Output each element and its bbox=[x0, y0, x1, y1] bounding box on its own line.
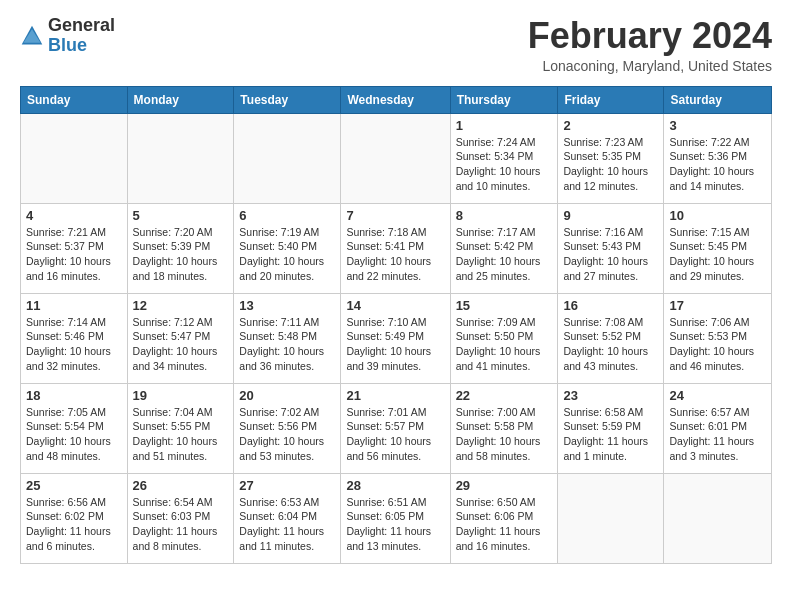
day-info: Sunrise: 7:02 AM Sunset: 5:56 PM Dayligh… bbox=[239, 405, 335, 464]
day-info: Sunrise: 6:57 AM Sunset: 6:01 PM Dayligh… bbox=[669, 405, 766, 464]
day-info: Sunrise: 7:20 AM Sunset: 5:39 PM Dayligh… bbox=[133, 225, 229, 284]
calendar-cell: 21Sunrise: 7:01 AM Sunset: 5:57 PM Dayli… bbox=[341, 383, 450, 473]
day-info: Sunrise: 7:19 AM Sunset: 5:40 PM Dayligh… bbox=[239, 225, 335, 284]
calendar-cell: 16Sunrise: 7:08 AM Sunset: 5:52 PM Dayli… bbox=[558, 293, 664, 383]
day-number: 24 bbox=[669, 388, 766, 403]
day-info: Sunrise: 7:24 AM Sunset: 5:34 PM Dayligh… bbox=[456, 135, 553, 194]
day-info: Sunrise: 6:53 AM Sunset: 6:04 PM Dayligh… bbox=[239, 495, 335, 554]
calendar-cell bbox=[341, 113, 450, 203]
calendar-cell: 11Sunrise: 7:14 AM Sunset: 5:46 PM Dayli… bbox=[21, 293, 128, 383]
day-info: Sunrise: 7:23 AM Sunset: 5:35 PM Dayligh… bbox=[563, 135, 658, 194]
day-number: 26 bbox=[133, 478, 229, 493]
day-number: 10 bbox=[669, 208, 766, 223]
col-header-saturday: Saturday bbox=[664, 86, 772, 113]
day-number: 20 bbox=[239, 388, 335, 403]
logo-text: General Blue bbox=[48, 16, 115, 56]
logo-icon bbox=[20, 24, 44, 48]
day-number: 6 bbox=[239, 208, 335, 223]
day-info: Sunrise: 6:50 AM Sunset: 6:06 PM Dayligh… bbox=[456, 495, 553, 554]
day-info: Sunrise: 7:15 AM Sunset: 5:45 PM Dayligh… bbox=[669, 225, 766, 284]
calendar-cell: 14Sunrise: 7:10 AM Sunset: 5:49 PM Dayli… bbox=[341, 293, 450, 383]
calendar-cell: 7Sunrise: 7:18 AM Sunset: 5:41 PM Daylig… bbox=[341, 203, 450, 293]
col-header-friday: Friday bbox=[558, 86, 664, 113]
day-info: Sunrise: 7:21 AM Sunset: 5:37 PM Dayligh… bbox=[26, 225, 122, 284]
calendar-cell bbox=[21, 113, 128, 203]
col-header-monday: Monday bbox=[127, 86, 234, 113]
day-number: 29 bbox=[456, 478, 553, 493]
calendar-cell: 22Sunrise: 7:00 AM Sunset: 5:58 PM Dayli… bbox=[450, 383, 558, 473]
day-number: 18 bbox=[26, 388, 122, 403]
day-info: Sunrise: 7:22 AM Sunset: 5:36 PM Dayligh… bbox=[669, 135, 766, 194]
header-row: SundayMondayTuesdayWednesdayThursdayFrid… bbox=[21, 86, 772, 113]
day-number: 23 bbox=[563, 388, 658, 403]
week-row: 11Sunrise: 7:14 AM Sunset: 5:46 PM Dayli… bbox=[21, 293, 772, 383]
calendar-cell: 1Sunrise: 7:24 AM Sunset: 5:34 PM Daylig… bbox=[450, 113, 558, 203]
calendar-cell: 28Sunrise: 6:51 AM Sunset: 6:05 PM Dayli… bbox=[341, 473, 450, 563]
week-row: 4Sunrise: 7:21 AM Sunset: 5:37 PM Daylig… bbox=[21, 203, 772, 293]
col-header-sunday: Sunday bbox=[21, 86, 128, 113]
day-info: Sunrise: 6:56 AM Sunset: 6:02 PM Dayligh… bbox=[26, 495, 122, 554]
calendar-cell: 17Sunrise: 7:06 AM Sunset: 5:53 PM Dayli… bbox=[664, 293, 772, 383]
day-number: 22 bbox=[456, 388, 553, 403]
calendar-cell: 29Sunrise: 6:50 AM Sunset: 6:06 PM Dayli… bbox=[450, 473, 558, 563]
location: Lonaconing, Maryland, United States bbox=[528, 58, 772, 74]
calendar-cell: 6Sunrise: 7:19 AM Sunset: 5:40 PM Daylig… bbox=[234, 203, 341, 293]
day-info: Sunrise: 7:14 AM Sunset: 5:46 PM Dayligh… bbox=[26, 315, 122, 374]
day-info: Sunrise: 7:06 AM Sunset: 5:53 PM Dayligh… bbox=[669, 315, 766, 374]
header: General Blue February 2024 Lonaconing, M… bbox=[20, 16, 772, 74]
calendar-cell: 19Sunrise: 7:04 AM Sunset: 5:55 PM Dayli… bbox=[127, 383, 234, 473]
week-row: 25Sunrise: 6:56 AM Sunset: 6:02 PM Dayli… bbox=[21, 473, 772, 563]
calendar-cell bbox=[234, 113, 341, 203]
day-info: Sunrise: 7:10 AM Sunset: 5:49 PM Dayligh… bbox=[346, 315, 444, 374]
calendar-cell bbox=[127, 113, 234, 203]
calendar-cell: 12Sunrise: 7:12 AM Sunset: 5:47 PM Dayli… bbox=[127, 293, 234, 383]
calendar-cell: 25Sunrise: 6:56 AM Sunset: 6:02 PM Dayli… bbox=[21, 473, 128, 563]
calendar-cell: 9Sunrise: 7:16 AM Sunset: 5:43 PM Daylig… bbox=[558, 203, 664, 293]
day-info: Sunrise: 7:11 AM Sunset: 5:48 PM Dayligh… bbox=[239, 315, 335, 374]
day-number: 14 bbox=[346, 298, 444, 313]
day-number: 21 bbox=[346, 388, 444, 403]
calendar-cell: 10Sunrise: 7:15 AM Sunset: 5:45 PM Dayli… bbox=[664, 203, 772, 293]
day-info: Sunrise: 7:18 AM Sunset: 5:41 PM Dayligh… bbox=[346, 225, 444, 284]
week-row: 18Sunrise: 7:05 AM Sunset: 5:54 PM Dayli… bbox=[21, 383, 772, 473]
day-info: Sunrise: 7:16 AM Sunset: 5:43 PM Dayligh… bbox=[563, 225, 658, 284]
calendar-cell: 15Sunrise: 7:09 AM Sunset: 5:50 PM Dayli… bbox=[450, 293, 558, 383]
day-number: 11 bbox=[26, 298, 122, 313]
calendar-cell: 18Sunrise: 7:05 AM Sunset: 5:54 PM Dayli… bbox=[21, 383, 128, 473]
calendar-cell: 20Sunrise: 7:02 AM Sunset: 5:56 PM Dayli… bbox=[234, 383, 341, 473]
col-header-thursday: Thursday bbox=[450, 86, 558, 113]
calendar-cell: 5Sunrise: 7:20 AM Sunset: 5:39 PM Daylig… bbox=[127, 203, 234, 293]
day-info: Sunrise: 7:12 AM Sunset: 5:47 PM Dayligh… bbox=[133, 315, 229, 374]
day-number: 8 bbox=[456, 208, 553, 223]
day-info: Sunrise: 7:05 AM Sunset: 5:54 PM Dayligh… bbox=[26, 405, 122, 464]
day-info: Sunrise: 7:00 AM Sunset: 5:58 PM Dayligh… bbox=[456, 405, 553, 464]
day-info: Sunrise: 7:04 AM Sunset: 5:55 PM Dayligh… bbox=[133, 405, 229, 464]
month-title: February 2024 bbox=[528, 16, 772, 56]
calendar-cell: 27Sunrise: 6:53 AM Sunset: 6:04 PM Dayli… bbox=[234, 473, 341, 563]
svg-marker-1 bbox=[23, 29, 40, 43]
title-section: February 2024 Lonaconing, Maryland, Unit… bbox=[528, 16, 772, 74]
week-row: 1Sunrise: 7:24 AM Sunset: 5:34 PM Daylig… bbox=[21, 113, 772, 203]
calendar-cell: 4Sunrise: 7:21 AM Sunset: 5:37 PM Daylig… bbox=[21, 203, 128, 293]
day-number: 2 bbox=[563, 118, 658, 133]
calendar-cell: 26Sunrise: 6:54 AM Sunset: 6:03 PM Dayli… bbox=[127, 473, 234, 563]
day-number: 12 bbox=[133, 298, 229, 313]
day-number: 17 bbox=[669, 298, 766, 313]
day-number: 16 bbox=[563, 298, 658, 313]
day-number: 1 bbox=[456, 118, 553, 133]
day-info: Sunrise: 7:08 AM Sunset: 5:52 PM Dayligh… bbox=[563, 315, 658, 374]
day-info: Sunrise: 7:17 AM Sunset: 5:42 PM Dayligh… bbox=[456, 225, 553, 284]
calendar-cell: 2Sunrise: 7:23 AM Sunset: 5:35 PM Daylig… bbox=[558, 113, 664, 203]
day-info: Sunrise: 6:58 AM Sunset: 5:59 PM Dayligh… bbox=[563, 405, 658, 464]
day-number: 9 bbox=[563, 208, 658, 223]
day-number: 5 bbox=[133, 208, 229, 223]
day-number: 13 bbox=[239, 298, 335, 313]
day-number: 25 bbox=[26, 478, 122, 493]
day-number: 28 bbox=[346, 478, 444, 493]
day-info: Sunrise: 6:54 AM Sunset: 6:03 PM Dayligh… bbox=[133, 495, 229, 554]
day-number: 4 bbox=[26, 208, 122, 223]
col-header-tuesday: Tuesday bbox=[234, 86, 341, 113]
day-number: 7 bbox=[346, 208, 444, 223]
calendar: SundayMondayTuesdayWednesdayThursdayFrid… bbox=[20, 86, 772, 564]
day-number: 15 bbox=[456, 298, 553, 313]
